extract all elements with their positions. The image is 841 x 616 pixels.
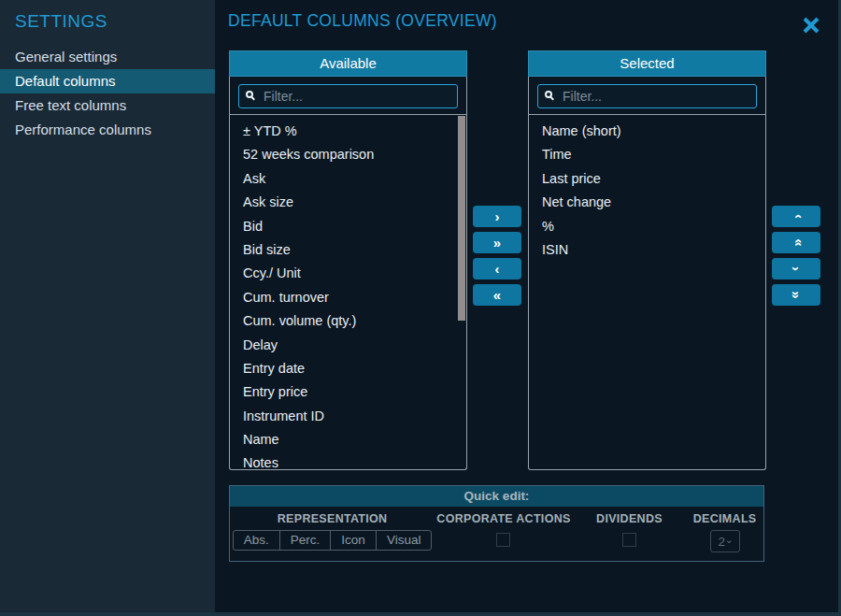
chevron-up-icon: › [790, 214, 804, 219]
available-panel-header: Available [229, 50, 467, 77]
available-list-item[interactable]: Cum. turnover [230, 286, 466, 309]
available-list-item[interactable]: Instrument ID [230, 405, 466, 428]
move-to-top-button[interactable]: » [772, 232, 820, 253]
quick-edit-panel: Quick edit: REPRESENTATION Abs. Perc. Ic… [229, 485, 764, 562]
window-bottom-edge [0, 612, 841, 616]
selected-list-item[interactable]: ISIN [529, 238, 765, 262]
available-list-item[interactable]: Name [230, 428, 466, 451]
selected-list-item[interactable]: Name (short) [529, 120, 765, 143]
chevron-down-icon: › [790, 266, 804, 271]
move-to-bottom-button[interactable]: » [772, 284, 820, 306]
chevron-left-icon: ‹ [495, 262, 500, 276]
dividends-checkbox[interactable] [622, 533, 636, 547]
representation-perc-button[interactable]: Perc. [279, 531, 331, 550]
search-icon [545, 91, 552, 98]
available-list-item[interactable]: Ask [230, 167, 466, 191]
page-title: DEFAULT COLUMNS (OVERVIEW) [228, 11, 497, 31]
decimals-column: DECIMALS 2 › [686, 507, 763, 563]
available-list-item[interactable]: ± YTD % [230, 120, 466, 143]
available-list-item[interactable]: Entry price [230, 380, 466, 404]
double-chevron-up-icon: » [790, 238, 804, 246]
available-list-item[interactable]: Entry date [230, 357, 466, 380]
selected-list-item[interactable]: Time [529, 143, 765, 166]
move-left-button[interactable]: ‹ [473, 258, 521, 279]
selected-panel-header: Selected [528, 50, 766, 77]
quick-edit-header: Quick edit: [230, 486, 763, 507]
corporate-actions-label: CORPORATE ACTIONS [436, 512, 570, 525]
decimals-label: DECIMALS [693, 512, 757, 525]
selected-list-item[interactable]: Last price [529, 167, 765, 191]
sidebar-item[interactable]: Default columns [0, 69, 215, 93]
double-chevron-down-icon: » [790, 291, 804, 298]
representation-label: REPRESENTATION [278, 512, 388, 525]
available-list-item[interactable]: Ccy./ Unit [230, 262, 466, 285]
sidebar-item[interactable]: Performance columns [0, 118, 215, 142]
available-list-item[interactable]: Ask size [230, 191, 466, 214]
chevron-down-icon: › [724, 539, 734, 543]
move-right-button[interactable]: › [473, 206, 521, 227]
selected-filter-row [529, 77, 765, 114]
chevron-right-icon: › [495, 209, 500, 223]
move-down-button[interactable]: › [772, 258, 820, 279]
selected-list: Name (short)TimeLast priceNet change%ISI… [529, 114, 765, 469]
move-all-left-button[interactable]: « [473, 284, 521, 306]
representation-visual-button[interactable]: Visual [376, 531, 432, 550]
scrollbar-thumb[interactable] [458, 116, 465, 321]
search-icon [246, 91, 253, 98]
representation-abs-button[interactable]: Abs. [234, 531, 279, 550]
sidebar-item[interactable]: Free text columns [0, 93, 215, 118]
selected-list-item[interactable]: Net change [529, 191, 765, 214]
move-up-button[interactable]: › [772, 206, 820, 227]
selected-panel-body: Name (short)TimeLast priceNet change%ISI… [528, 77, 766, 470]
representation-icon-button[interactable]: Icon [330, 531, 376, 550]
sidebar-title: SETTINGS [0, 0, 215, 34]
move-all-right-button[interactable]: » [473, 232, 521, 253]
double-chevron-left-icon: « [493, 288, 501, 302]
representation-column: REPRESENTATION Abs. Perc. Icon Visual [230, 507, 435, 563]
selected-filter-input[interactable] [537, 84, 757, 108]
selected-panel: Selected Name (short)TimeLast priceNet c… [528, 50, 766, 470]
available-list: ± YTD %52 weeks comparisonAskAsk sizeBid… [230, 114, 466, 469]
available-filter-input[interactable] [238, 84, 458, 108]
available-scrollbar[interactable] [458, 115, 465, 469]
representation-button-group: Abs. Perc. Icon Visual [233, 530, 433, 551]
close-icon [802, 16, 820, 35]
sidebar-item[interactable]: General settings [0, 45, 215, 69]
double-chevron-right-icon: » [493, 236, 501, 250]
corporate-actions-column: CORPORATE ACTIONS [435, 507, 572, 563]
available-list-item[interactable]: Notes [230, 451, 466, 469]
available-list-item[interactable]: Cum. volume (qty.) [230, 309, 466, 333]
decimals-dropdown[interactable]: 2 › [710, 530, 740, 552]
available-filter-row [230, 77, 466, 114]
available-panel-body: ± YTD %52 weeks comparisonAskAsk sizeBid… [229, 77, 467, 470]
sidebar-nav: General settingsDefault columnsFree text… [0, 45, 215, 142]
sidebar: SETTINGS General settingsDefault columns… [0, 0, 215, 612]
available-list-item[interactable]: Bid size [230, 238, 466, 262]
close-button[interactable] [799, 13, 823, 37]
available-panel: Available ± YTD %52 weeks comparisonAskA… [229, 50, 467, 470]
dividends-column: DIVIDENDS [573, 507, 687, 563]
dividends-label: DIVIDENDS [596, 512, 663, 525]
selected-list-item[interactable]: % [529, 215, 765, 238]
corporate-actions-checkbox[interactable] [496, 533, 510, 547]
available-list-item[interactable]: Delay [230, 334, 466, 357]
available-list-item[interactable]: Bid [230, 215, 466, 238]
quick-edit-row: REPRESENTATION Abs. Perc. Icon Visual CO… [230, 507, 763, 563]
available-list-item[interactable]: 52 weeks comparison [230, 143, 466, 166]
